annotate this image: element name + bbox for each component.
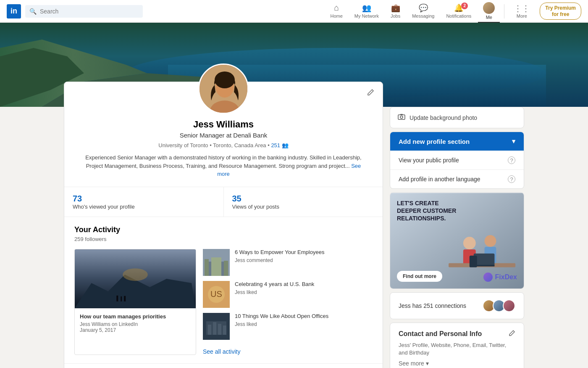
activity-post-3[interactable]: 10 Things We Like About Open Offices Jes… xyxy=(203,313,373,340)
see-all-activity-link[interactable]: See all activity xyxy=(203,348,373,355)
contact-description: Jess' Profile, Website, Phone, Email, Tw… xyxy=(399,342,515,357)
connections-icon: 👥 xyxy=(282,142,289,148)
view-public-question-icon: ? xyxy=(508,156,515,164)
ad-overlay: LET'S CREATE DEEPER CUSTOMER RELATIONSHI… xyxy=(390,193,524,289)
profile-university: University of Toronto xyxy=(158,142,208,148)
search-bar[interactable] xyxy=(25,5,143,18)
svg-rect-28 xyxy=(213,322,216,335)
svg-rect-27 xyxy=(208,325,211,335)
nav-jobs-label: Jobs xyxy=(391,13,400,19)
nav-divider xyxy=(504,4,504,19)
profile-bio: Experienced Senior Manager with a demons… xyxy=(74,154,373,178)
nav-messaging[interactable]: Messaging xyxy=(407,0,439,23)
svg-rect-15 xyxy=(121,296,122,301)
nav-home[interactable]: Home xyxy=(326,0,348,23)
post-info-3: 10 Things We Like About Open Offices Jes… xyxy=(235,313,328,328)
profile-connections-count: 251 xyxy=(271,142,280,148)
post-title-2: Celebrating 4 years at U.S. Bank xyxy=(235,281,314,288)
nav-items: Home My Network Jobs Messaging 2 Notific… xyxy=(326,0,581,23)
activity-post-1[interactable]: 6 Ways to Empower Your Employees Jess co… xyxy=(203,249,373,276)
chevron-down-icon: ▾ xyxy=(426,360,429,367)
nav-home-label: Home xyxy=(331,13,343,19)
contact-title: Contact and Personal Info xyxy=(399,330,515,338)
post-views-stat[interactable]: 35 Views of your posts xyxy=(223,187,383,217)
featured-post-date: January 5, 2017 xyxy=(80,327,191,333)
bio-text: Experienced Senior Manager with a demons… xyxy=(85,154,361,169)
edit-profile-icon[interactable] xyxy=(367,89,374,98)
sidebar: Update background photo Add new profile … xyxy=(390,82,524,368)
notification-badge: 2 xyxy=(461,3,468,9)
nav-me[interactable]: Me xyxy=(478,0,500,23)
ad-logo: FixDex xyxy=(483,273,517,282)
ad-cta-button[interactable]: Find out more xyxy=(397,271,442,282)
profile-views-stat[interactable]: 73 Who's viewed your profile xyxy=(64,187,223,217)
activity-content: How our team manages priorities Jess Wil… xyxy=(74,249,373,355)
nav-premium-container: Try Premium for free xyxy=(540,3,581,20)
svg-rect-16 xyxy=(124,296,126,301)
linkedin-logo[interactable]: in xyxy=(7,4,21,19)
nav-network-label: My Network xyxy=(354,13,379,19)
advertisement-card: LET'S CREATE DEEPER CUSTOMER RELATIONSHI… xyxy=(390,192,524,289)
featured-post-title: How our team manages priorities xyxy=(80,313,191,320)
post-info-2: Celebrating 4 years at U.S. Bank Jess li… xyxy=(235,281,314,296)
premium-sub: for free xyxy=(545,11,576,17)
nav-notifications[interactable]: 2 Notifications xyxy=(441,0,476,23)
svg-rect-31 xyxy=(398,115,405,119)
ad-line1: LET'S CREATE xyxy=(397,199,517,207)
see-more-button[interactable]: See more ▾ xyxy=(399,360,515,367)
see-more-label: See more xyxy=(399,360,424,367)
activity-title: Your Activity xyxy=(74,225,373,234)
profile-views-count: 73 xyxy=(73,194,215,204)
see-all-posts-section: See all posts › xyxy=(64,363,383,368)
avatar-image xyxy=(483,2,495,14)
post-title-3: 10 Things We Like About Open Offices xyxy=(235,313,328,320)
connection-avatar-3 xyxy=(503,299,515,312)
post-title-1: 6 Ways to Empower Your Employees xyxy=(235,249,324,256)
post-thumb-2: US xyxy=(203,281,230,308)
messaging-icon xyxy=(419,3,428,13)
avatar xyxy=(483,2,495,14)
nav-more[interactable]: ⋮⋮ More xyxy=(509,0,535,23)
main-content: Jess Williams Senior Manager at Denali B… xyxy=(57,107,531,368)
activity-followers: 259 followers xyxy=(74,236,373,242)
add-language-link[interactable]: Add profile in another language ? xyxy=(390,169,524,188)
svg-rect-14 xyxy=(116,295,118,301)
svg-rect-19 xyxy=(211,257,221,276)
profile-connections-link[interactable]: 251 👥 xyxy=(271,142,288,148)
post-action-3: Jess liked xyxy=(235,321,328,327)
home-icon xyxy=(334,3,339,13)
profile-avatar[interactable] xyxy=(198,64,249,114)
nav-messaging-label: Messaging xyxy=(412,13,434,19)
svg-text:US: US xyxy=(210,289,222,299)
contact-edit-icon[interactable] xyxy=(509,330,515,338)
jobs-icon xyxy=(391,3,400,13)
profile-card: Jess Williams Senior Manager at Denali B… xyxy=(64,82,383,368)
contact-card: Contact and Personal Info Jess' Profile,… xyxy=(390,323,524,368)
profile-name: Jess Williams xyxy=(74,119,373,130)
premium-button[interactable]: Try Premium for free xyxy=(540,3,581,20)
connections-card[interactable]: Jess has 251 connections xyxy=(390,292,524,319)
connections-avatars xyxy=(485,299,515,312)
view-public-profile-link[interactable]: View your public profile ? xyxy=(390,151,524,169)
post-thumb-3 xyxy=(203,313,230,340)
nav-network[interactable]: My Network xyxy=(349,0,384,23)
profile-column: Jess Williams Senior Manager at Denali B… xyxy=(64,107,380,368)
chevron-down-icon: ▾ xyxy=(512,138,515,145)
svg-rect-33 xyxy=(400,114,403,115)
ad-headline: LET'S CREATE DEEPER CUSTOMER RELATIONSHI… xyxy=(397,199,517,222)
search-input[interactable] xyxy=(40,8,139,15)
add-profile-section-button[interactable]: Add new profile section ▾ xyxy=(390,132,524,151)
ad-line2: DEEPER CUSTOMER xyxy=(397,207,517,214)
post-views-count: 35 xyxy=(232,194,375,204)
svg-rect-30 xyxy=(223,326,226,335)
update-bg-label: Update background photo xyxy=(410,114,477,121)
ad-line3: RELATIONSHIPS. xyxy=(397,214,517,222)
search-icon xyxy=(29,8,37,15)
svg-rect-21 xyxy=(224,261,228,276)
network-icon xyxy=(362,3,371,13)
nav-jobs[interactable]: Jobs xyxy=(386,0,405,23)
navigation: in Home My Network Jobs Messaging 2 Noti… xyxy=(0,0,588,23)
update-background-button[interactable]: Update background photo xyxy=(390,107,524,128)
featured-post[interactable]: How our team manages priorities Jess Wil… xyxy=(74,249,196,355)
activity-post-2[interactable]: US Celebrating 4 years at U.S. Bank Jess… xyxy=(203,281,373,308)
